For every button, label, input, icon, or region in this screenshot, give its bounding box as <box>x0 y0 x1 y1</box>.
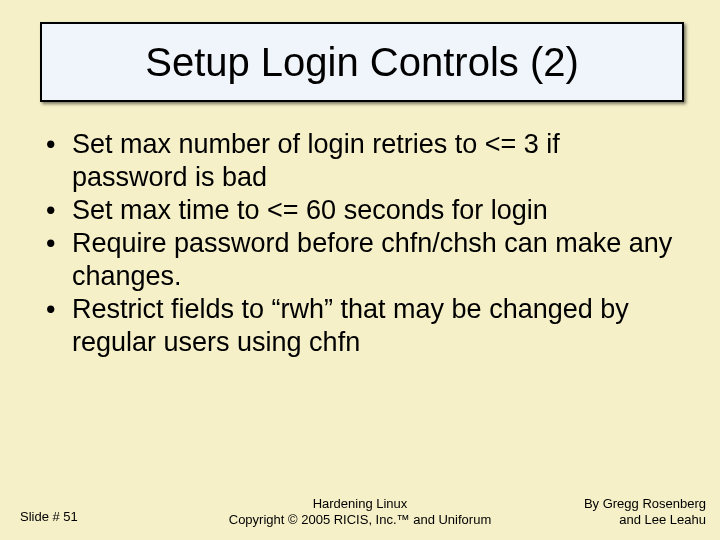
slide-title: Setup Login Controls (2) <box>145 40 579 85</box>
list-item: Set max time to <= 60 seconds for login <box>44 194 680 227</box>
footer-right-line2: and Lee Leahu <box>584 512 706 528</box>
footer-right: By Gregg Rosenberg and Lee Leahu <box>584 496 706 529</box>
title-container: Setup Login Controls (2) <box>40 22 684 102</box>
footer-right-line1: By Gregg Rosenberg <box>584 496 706 512</box>
list-item: Require password before chfn/chsh can ma… <box>44 227 680 293</box>
bullet-list: Set max number of login retries to <= 3 … <box>44 128 680 359</box>
content-area: Set max number of login retries to <= 3 … <box>44 128 680 359</box>
list-item: Restrict fields to “rwh” that may be cha… <box>44 293 680 359</box>
list-item: Set max number of login retries to <= 3 … <box>44 128 680 194</box>
